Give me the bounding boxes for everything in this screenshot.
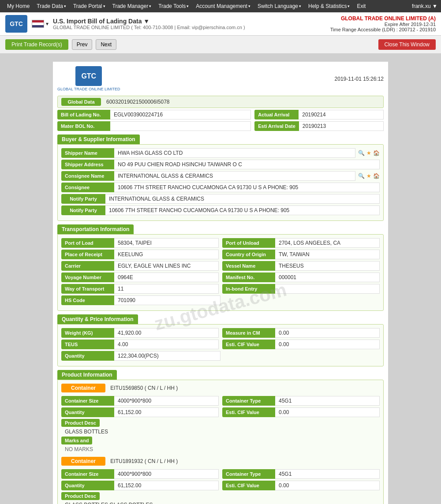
container-type-value-0: 45G1 [275, 396, 380, 406]
way-transport-value: 11 [114, 284, 219, 294]
bol-row: Bill of Lading No. EGLV003900224716 Actu… [57, 110, 384, 119]
carrier-vessel-row: Carrier EGLY, EAGLE VAN LINES INC Vessel… [61, 261, 380, 271]
record-logo-icon: GTC [75, 66, 102, 86]
nav-trade-data[interactable]: Trade Data ▾ [33, 1, 70, 11]
container-qty-label-0: Quantity [61, 407, 114, 417]
mater-bol-field: Mater BOL No. [57, 121, 251, 131]
consignee-name-row: Consignee Name INTERNATIONAL GLASS & CER… [61, 171, 380, 181]
flag-box[interactable]: ▾ [32, 20, 49, 28]
consignee-value: 10606 7TH STREET RANCHO CUCAMONGA CA 917… [114, 183, 380, 192]
container-qty-field-1: Quantity 61,152.00 [61, 481, 219, 490]
vessel-field: Vessel Name THESEUS [222, 261, 380, 271]
manifest-label: Manifest No. [222, 273, 275, 282]
container-size-label-1: Container Size [61, 469, 114, 479]
port-unload-value: 2704, LOS ANGELES, CA [275, 238, 380, 248]
container-type-value-1: 45G1 [275, 469, 380, 479]
container-qty-label-1: Quantity [61, 481, 114, 490]
shipper-name-value: HWA HSIA GLASS CO LTD [114, 148, 355, 158]
nav-account-management[interactable]: Account Management ▾ [192, 1, 254, 11]
shipper-address-value: NO 49 PUU CHIEN ROAD HSINCHU TAIWANR O C [114, 160, 380, 169]
container-label-0: Container [61, 384, 105, 392]
inbond-field: In-bond Entry [222, 284, 380, 294]
measure-field: Measure in CM 0.00 [222, 328, 380, 338]
page-title-arrow[interactable]: ▼ [143, 18, 149, 25]
transportation-section: Transportation Information Port of Load … [57, 224, 384, 311]
notify-party-value1: INTERNATIONAL GLASS & CERAMICS [105, 194, 380, 204]
shipper-home-icon[interactable]: 🏠 [373, 150, 380, 156]
quantity-value: 122,304.00(PCS) [114, 351, 220, 361]
container-value-0: EITU1569850 ( CN / L / HH ) [107, 385, 178, 391]
weight-value: 41,920.00 [114, 328, 219, 338]
way-transport-label: Way of Transport [61, 284, 114, 294]
bol-value: EGLV003900224716 [110, 110, 251, 119]
section-header-bar-qp: Quantity & Price Information [57, 314, 384, 324]
consignee-home-icon[interactable]: 🏠 [373, 173, 380, 179]
shipper-name-row: Shipper Name HWA HSIA GLASS CO LTD 🔍 ★ 🏠 [61, 148, 380, 158]
nav-switch-language[interactable]: Switch Language ▾ [254, 1, 305, 11]
page-title: U.S. Import Bill of Lading Data ▼ [53, 18, 245, 25]
teus-field: TEUS 4.00 [61, 340, 219, 349]
notify-party-value2: 10606 7TH STREET RANCHO CUCAMONGA CA 917… [105, 205, 380, 215]
carrier-value: EGLY, EAGLE VAN LINES INC [114, 261, 219, 271]
consignee-name-label: Consignee Name [61, 171, 114, 181]
country-origin-value: TW, TAIWAN [275, 250, 380, 259]
user-info[interactable]: frank.xu ▼ [412, 3, 437, 9]
esti-arrival-value: 20190213 [299, 121, 384, 131]
teus-value: 4.00 [114, 340, 219, 349]
nav-exit[interactable]: Exit [353, 1, 369, 11]
container-cif-label-1: Esti. CIF Value [222, 481, 275, 490]
flag-arrow[interactable]: ▾ [46, 21, 49, 27]
nav-trade-portal[interactable]: Trade Portal ▾ [70, 1, 109, 11]
hs-code-row: HS Code 701090 [61, 295, 380, 305]
voyage-value: 0964E [114, 273, 219, 282]
container-size-type-row-1: Container Size 4000*900*800 Container Ty… [61, 469, 380, 479]
weight-field: Weight (KG) 41,920.00 [61, 328, 219, 338]
consignee-name-value: INTERNATIONAL GLASS & CERAMICS [114, 171, 355, 181]
shipper-address-field: Shipper Address NO 49 PUU CHIEN ROAD HSI… [61, 160, 380, 169]
measure-value: 0.00 [275, 328, 380, 338]
quantity-price-section: Quantity & Price Information Weight (KG)… [57, 314, 384, 366]
esti-arrival-label: Esti Arrival Date [254, 121, 299, 131]
vessel-value: THESEUS [275, 261, 380, 271]
container-type-field-1: Container Type 45G1 [222, 469, 380, 479]
product-desc-value-1: GLASS BOTTLES GLASS BOTTLES [61, 501, 380, 504]
header-bar: GTC ▾ U.S. Import Bill of Lading Data ▼ … [0, 12, 441, 36]
container-size-type-row-0: Container Size 4000*900*800 Container Ty… [61, 396, 380, 406]
consignee-search-icon[interactable]: 🔍 [358, 173, 365, 179]
section-header-bar-bs: Buyer & Supplier Information [57, 134, 384, 144]
inbond-label: In-bond Entry [222, 284, 275, 294]
record-logo-text: GLOBAL TRADE ONLINE LIMITED [57, 87, 120, 91]
notify-party-field2: Notify Party 10606 7TH STREET RANCHO CUC… [61, 205, 380, 215]
shipper-search-icon[interactable]: 🔍 [358, 150, 365, 156]
next-button-top[interactable]: Next [96, 39, 116, 50]
notify-party-label1: Notify Party [61, 194, 105, 204]
container-qty-field-0: Quantity 61,152.00 [61, 407, 219, 417]
voyage-field: Voyage Number 0964E [61, 273, 219, 282]
main-content: zu.gtodata.com GTC GLOBAL TRADE ONLINE L… [53, 62, 388, 504]
us-flag [32, 20, 44, 28]
print-button-top[interactable]: Print Trade Record(s) [5, 39, 68, 50]
transportation-container: Port of Load 58304, TAIPEI Port of Unloa… [57, 234, 384, 311]
country-origin-field: Country of Origin TW, TAIWAN [222, 250, 380, 259]
logo-icon: GTC [5, 15, 27, 33]
voyage-manifest-row: Voyage Number 0964E Manifest No. 000001 [61, 273, 380, 282]
product-info-section: Product Information Container EITU156985… [57, 370, 384, 504]
marks-label-0: Marks and [61, 437, 92, 444]
prev-button-top[interactable]: Prev [72, 39, 93, 50]
voyage-label: Voyage Number [61, 273, 114, 282]
port-load-field: Port of Load 58304, TAIPEI [61, 238, 219, 248]
nav-my-home[interactable]: My Home [4, 1, 33, 11]
consignee-name-field: Consignee Name INTERNATIONAL GLASS & CER… [61, 171, 355, 181]
inbond-value [275, 284, 380, 294]
mater-bol-label: Mater BOL No. [57, 121, 110, 131]
consignee-field: Consignee 10606 7TH STREET RANCHO CUCAMO… [61, 183, 380, 192]
page-subtitle: GLOBAL TRADE ONLINE LIMITED ( Tel: 400-7… [53, 25, 245, 30]
nav-help-statistics[interactable]: Help & Statistics ▾ [305, 1, 353, 11]
nav-trade-tools[interactable]: Trade Tools ▾ [155, 1, 192, 11]
nav-trade-manager[interactable]: Trade Manager ▾ [109, 1, 155, 11]
consignee-star-icon[interactable]: ★ [366, 173, 371, 179]
quantity-price-header: Quantity & Price Information [57, 314, 138, 324]
close-button-top[interactable]: Close This Window [378, 39, 436, 50]
shipper-star-icon[interactable]: ★ [366, 150, 371, 156]
quantity-field: Quantity 122,304.00(PCS) [61, 351, 220, 361]
